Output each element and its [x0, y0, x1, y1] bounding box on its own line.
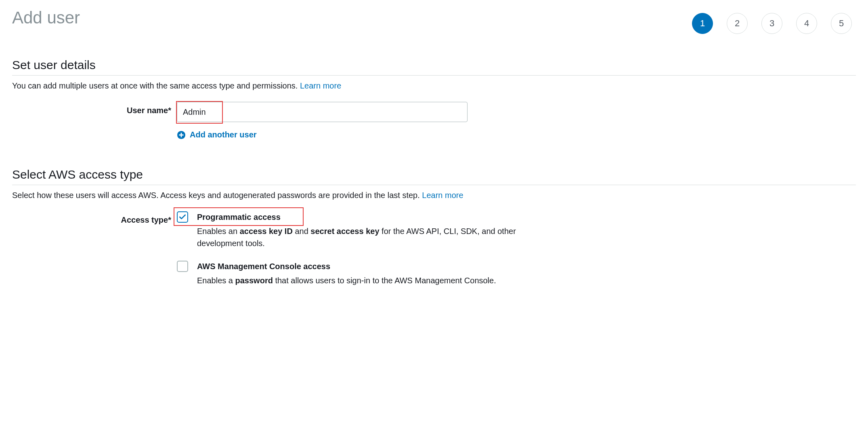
user-details-heading: Set user details	[12, 58, 856, 76]
user-details-description: You can add multiple users at once with …	[12, 81, 856, 91]
checkbox-programmatic-access[interactable]	[177, 211, 188, 223]
learn-more-link-access-type[interactable]: Learn more	[422, 191, 463, 200]
step-1[interactable]: 1	[692, 13, 713, 34]
add-another-user-label: Add another user	[190, 130, 257, 139]
plus-circle-icon	[177, 131, 186, 139]
programmatic-access-title: Programmatic access	[197, 213, 281, 222]
checkbox-console-access[interactable]	[177, 261, 188, 272]
user-details-desc-text: You can add multiple users at once with …	[12, 81, 300, 90]
page-title: Add user	[12, 8, 80, 27]
username-input[interactable]	[177, 102, 468, 122]
add-another-user-button[interactable]: Add another user	[177, 130, 856, 139]
access-type-desc-text: Select how these users will access AWS. …	[12, 191, 422, 200]
console-access-title: AWS Management Console access	[197, 262, 330, 271]
username-label: User name*	[127, 106, 171, 115]
check-icon	[178, 213, 187, 221]
access-type-description: Select how these users will access AWS. …	[12, 191, 856, 200]
access-option-console: AWS Management Console access Enables a …	[177, 261, 856, 287]
step-5[interactable]: 5	[831, 13, 852, 34]
svg-rect-2	[181, 133, 182, 137]
step-3[interactable]: 3	[761, 13, 782, 34]
learn-more-link-user-details[interactable]: Learn more	[300, 81, 341, 90]
step-4[interactable]: 4	[796, 13, 817, 34]
programmatic-access-desc: Enables an access key ID and secret acce…	[197, 225, 540, 249]
access-type-label: Access type*	[121, 215, 171, 224]
wizard-steps: 1 2 3 4 5	[692, 13, 852, 34]
step-2[interactable]: 2	[727, 13, 748, 34]
console-access-desc: Enables a password that allows users to …	[197, 274, 540, 287]
access-type-heading: Select AWS access type	[12, 168, 856, 185]
access-option-programmatic: Programmatic access Enables an access ke…	[177, 211, 856, 249]
